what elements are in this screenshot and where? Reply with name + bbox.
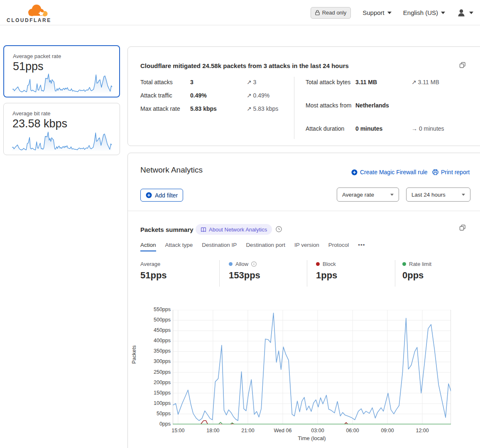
stat-value: Netherlands (355, 102, 411, 109)
stat-row: Attack traffic 0.49% ↗ 0.49% (140, 92, 269, 99)
metric-card-packet-rate[interactable]: Average packet rate 51pps (3, 45, 120, 97)
user-icon (457, 8, 466, 17)
attack-summary-panel: Cloudflare mitigated 24.58k packets from… (127, 46, 480, 146)
divider (294, 77, 294, 139)
stat-value: 5.83 kbps (190, 105, 247, 112)
x-tick-label: 18:00 (196, 428, 230, 433)
y-tick-label: 50pps (145, 411, 171, 416)
y-tick-label: 500pps (145, 317, 171, 323)
support-label: Support (362, 9, 384, 16)
chevron-down-icon (441, 12, 445, 14)
y-tick-label: 450pps (145, 327, 171, 333)
metric-card-bit-rate[interactable]: Average bit rate 23.58 kbps (3, 103, 120, 155)
x-tick-label: 12:00 (405, 428, 440, 433)
logo-wordmark: CLOUDFLARE (7, 17, 51, 23)
x-tick-label: Wed 06 (265, 428, 300, 433)
cloudflare-cloud-icon (26, 3, 50, 17)
network-analytics-panel: Network Analytics Create Magic Firewall … (127, 153, 480, 448)
x-tick-label: 21:00 (230, 428, 265, 433)
metric-value: 23.58 kbps (12, 117, 67, 130)
y-axis-label: Packets (131, 346, 137, 364)
chevron-down-icon (387, 12, 392, 14)
line-chart-plot (173, 310, 451, 424)
sparkline-chart (11, 129, 113, 151)
support-menu[interactable]: Support (362, 9, 392, 16)
stat-row: Most attacks from Netherlands (306, 102, 480, 109)
sparkline-chart (12, 71, 113, 93)
x-tick-label: 15:00 (161, 428, 196, 433)
x-axis-label: Time (local) (173, 435, 451, 441)
cloudflare-logo[interactable]: CLOUDFLARE (7, 2, 52, 22)
chevron-down-icon (469, 12, 473, 14)
y-tick-label: 350pps (145, 348, 171, 354)
lock-icon (315, 10, 320, 15)
stat-delta: ↗ 3.11 MB (411, 79, 439, 85)
metric-label: Average packet rate (13, 53, 61, 59)
stat-label: Most attacks from (306, 102, 355, 109)
stat-row: Attack duration 0 minutes → 0 minutes (306, 125, 480, 132)
y-tick-label: 100pps (145, 400, 171, 406)
stat-delta: ↗ 0.49% (247, 92, 269, 99)
x-tick-label: 03:00 (300, 428, 335, 433)
stat-value: 0.49% (190, 92, 247, 99)
user-account-menu[interactable] (457, 8, 473, 17)
x-tick-label: 09:00 (370, 428, 405, 433)
y-tick-label: 250pps (145, 369, 171, 375)
language-label: English (US) (403, 9, 438, 16)
stat-value: 0 minutes (355, 125, 411, 132)
stat-label: Attack duration (306, 125, 355, 132)
language-menu[interactable]: English (US) (403, 9, 445, 16)
metric-label: Average bit rate (12, 110, 51, 117)
stat-label: Total attacks (140, 79, 190, 85)
summary-title: Cloudflare mitigated 24.58k packets from… (140, 62, 431, 69)
stat-label: Total attack bytes (306, 79, 355, 85)
y-tick-label: 300pps (145, 358, 171, 364)
stat-delta: ↗ 3 (247, 79, 256, 85)
stat-row: Total attack bytes 3.11 MB ↗ 3.11 MB (306, 79, 480, 85)
header-actions: Read only Support English (US) (311, 0, 473, 25)
stat-delta: ↗ 5.83 kbps (247, 105, 278, 112)
copy-icon[interactable] (459, 62, 466, 70)
top-header: CLOUDFLARE Read only Support English (US… (0, 0, 480, 25)
packets-time-series-chart: Packets 0pps50pps100pps150pps200pps250pp… (128, 153, 480, 448)
stat-value: 3 (190, 79, 247, 85)
stat-row: Total attacks 3 ↗ 3 (140, 79, 256, 85)
y-tick-label: 400pps (145, 338, 171, 343)
y-tick-label: 550pps (145, 307, 171, 312)
x-tick-label: 06:00 (335, 428, 370, 433)
y-tick-label: 150pps (145, 390, 171, 396)
read-only-label: Read only (322, 10, 347, 16)
read-only-badge: Read only (311, 7, 351, 19)
stat-value: 3.11 MB (355, 79, 411, 85)
stat-label: Attack traffic (140, 92, 190, 99)
stat-label: Max attack rate (140, 105, 190, 112)
stat-delta: → 0 minutes (411, 125, 444, 132)
cloudflare-analytics-page: CLOUDFLARE Read only Support English (US… (0, 0, 480, 448)
stat-row: Max attack rate 5.83 kbps ↗ 5.83 kbps (140, 105, 278, 112)
y-tick-label: 200pps (145, 380, 171, 385)
y-tick-label: 0pps (145, 421, 171, 427)
